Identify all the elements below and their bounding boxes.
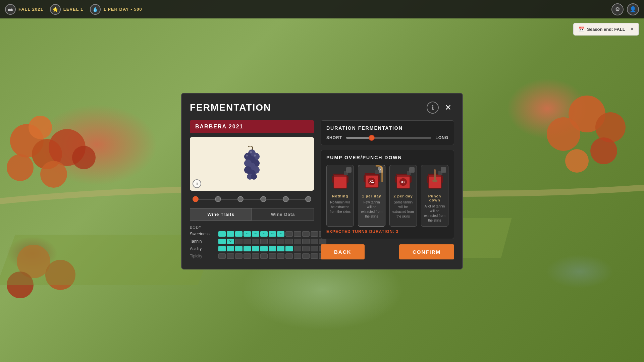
- close-button[interactable]: ✕: [442, 102, 454, 114]
- bar-cell: [235, 231, 243, 237]
- pump-card-nothing[interactable]: Nothing No tannin will be extracted from…: [326, 165, 354, 227]
- fermentation-modal: FERMENTATION ℹ ✕ BARBERA 2021: [181, 93, 463, 269]
- confirm-button[interactable]: CONFIRM: [399, 244, 454, 259]
- back-button[interactable]: BACK: [321, 244, 365, 259]
- svg-rect-41: [364, 175, 366, 182]
- bar-cell: [285, 239, 293, 244]
- progress-dot-3: [237, 196, 244, 202]
- svg-rect-36: [346, 176, 348, 183]
- traits-section: Body Sweetness 〜 〜 〜: [190, 225, 314, 259]
- grape-info-icon[interactable]: ℹ: [193, 179, 201, 188]
- wine-name-bar: BARBERA 2021: [190, 120, 314, 133]
- bar-cell: [294, 246, 301, 251]
- bar-cell: [244, 239, 251, 244]
- tab-wine-data[interactable]: Wine Data: [252, 208, 314, 221]
- bar-cell: [269, 246, 276, 251]
- expected-turns: EXPECTED TURNS DURATION: 3: [326, 229, 448, 234]
- svg-rect-50: [410, 176, 412, 183]
- pump-card-2perday[interactable]: X2 2 per day Some tannin will be extract…: [389, 165, 417, 227]
- header-icons: ℹ ✕: [427, 102, 454, 114]
- bar-cell: [235, 253, 243, 259]
- bar-cell: [269, 239, 276, 244]
- bar-cell: [260, 246, 268, 251]
- svg-point-30: [246, 155, 248, 157]
- sweetness-label: Sweetness: [190, 232, 215, 236]
- pump-card-punchdown[interactable]: Punch down A lot of tannin will be extra…: [421, 165, 448, 227]
- vessel-2perday-svg: X2: [394, 169, 413, 191]
- acidity-bars: [218, 246, 326, 251]
- pump-title-1perday: 1 per day: [361, 194, 382, 198]
- bar-cell: [252, 253, 259, 259]
- svg-text:X2: X2: [401, 180, 405, 184]
- pump-tube-svg: [375, 165, 384, 182]
- bar-cell: [302, 231, 310, 237]
- expected-turns-label: EXPECTED TURNS DURATION:: [326, 229, 394, 234]
- left-panel: BARBERA 2021: [190, 120, 314, 261]
- svg-rect-49: [395, 176, 397, 183]
- bar-cell: [302, 239, 310, 244]
- progress-line-3: [244, 199, 260, 199]
- duration-slider[interactable]: [346, 137, 431, 139]
- bar-cell: 〜: [260, 231, 268, 237]
- progress-dot-2: [215, 196, 221, 202]
- bar-cell: [285, 231, 293, 237]
- bar-cell: [235, 239, 243, 244]
- expected-turns-value: 3: [396, 229, 398, 234]
- svg-rect-60: [432, 180, 437, 182]
- progress-dot-4: [260, 196, 266, 202]
- progress-dot-6: [305, 196, 311, 202]
- body-label: Body: [190, 225, 314, 229]
- pump-checkbox-2perday: [409, 167, 415, 173]
- bar-cell: ✕: [227, 239, 234, 244]
- pump-section: PUMP OVER/PUNCH DOWN: [321, 150, 454, 239]
- bar-cell: [277, 239, 284, 244]
- bar-cell: 〜: [269, 231, 276, 237]
- bar-cell: [294, 231, 301, 237]
- bar-cell: [218, 246, 226, 251]
- bar-cell: [294, 239, 301, 244]
- pump-desc-nothing: No tannin will be extracted from the ski…: [329, 200, 351, 214]
- modal-body: BARBERA 2021: [190, 120, 454, 261]
- progress-line-5: [289, 199, 305, 199]
- pump-desc-1perday: Few tannin will be extracted from the sk…: [361, 200, 382, 219]
- bar-cell: 〜: [252, 231, 259, 237]
- sweetness-bars: 〜 〜 〜 〜 〜: [218, 231, 326, 237]
- pump-title-2perday: 2 per day: [392, 194, 414, 198]
- progress-line-4: [266, 199, 283, 199]
- tipicity-row: Tipicity: [190, 253, 314, 259]
- bar-cell: [252, 246, 259, 251]
- progress-line-2: [221, 199, 237, 199]
- info-button[interactable]: ℹ: [427, 102, 439, 114]
- bar-cell: [218, 231, 226, 237]
- bar-cell: [302, 246, 310, 251]
- pump-checkbox-punchdown: [441, 167, 446, 173]
- bar-cell: [260, 239, 268, 244]
- tab-wine-traits[interactable]: Wine Traits: [190, 208, 252, 221]
- pump-title: PUMP OVER/PUNCH DOWN: [326, 155, 448, 160]
- pump-desc-punchdown: A lot of tannin will be extracted from t…: [424, 204, 445, 223]
- tannin-bars: ✕: [218, 239, 326, 244]
- progress-line-1: [199, 199, 215, 199]
- bar-cell: [277, 253, 284, 259]
- svg-rect-35: [332, 176, 334, 183]
- bar-cell: [294, 253, 301, 259]
- slider-thumb[interactable]: [369, 135, 375, 141]
- bar-cell: [227, 231, 234, 237]
- bar-cell: [277, 246, 284, 251]
- short-label: SHORT: [326, 135, 342, 140]
- tipicity-label: Tipicity: [190, 254, 215, 258]
- duration-section: DURATION FERMENTATION SHORT LONG: [321, 120, 454, 145]
- bar-cell: 〜: [244, 231, 251, 237]
- bar-cell: [244, 253, 251, 259]
- bar-cell: [311, 246, 318, 251]
- bar-cell: [285, 253, 293, 259]
- modal-header: FERMENTATION ℹ ✕: [190, 102, 454, 114]
- acidity-label: Acidity: [190, 246, 215, 251]
- svg-rect-58: [441, 176, 443, 183]
- pump-card-1perday[interactable]: ✓: [358, 165, 385, 227]
- svg-text:X1: X1: [369, 179, 374, 183]
- svg-rect-57: [427, 176, 429, 183]
- bar-cell: [218, 239, 226, 244]
- slider-fill: [346, 137, 372, 139]
- vessel-1perday-container: X1: [363, 169, 381, 192]
